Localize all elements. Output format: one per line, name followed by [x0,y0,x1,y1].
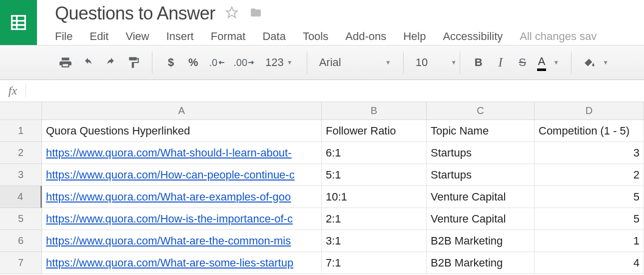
toolbar-separator [152,52,152,74]
cell-b6[interactable]: 3:1 [322,230,427,252]
row-header-1[interactable]: 1 [0,120,42,142]
cell-d2[interactable]: 3 [535,142,644,164]
decrease-decimal-button[interactable]: .0 [209,54,225,71]
header: Questions to Answer File Edit View Inser… [0,0,644,45]
fx-label: fx [0,84,26,98]
cell-c2[interactable]: Startups [427,142,535,164]
menu-insert[interactable]: Insert [166,30,194,43]
column-header-c[interactable]: C [427,102,535,120]
save-status: All changes sav [520,30,597,43]
select-all-corner[interactable] [0,102,42,120]
cell-c3[interactable]: Startups [427,164,535,186]
svg-marker-0 [226,7,237,18]
cell-c4[interactable]: Venture Capital [427,186,535,208]
font-size-dropdown[interactable]: 10 ▼ [407,46,457,80]
fill-color-button[interactable]: ▼ [584,54,609,71]
cell-a1[interactable]: Quora Questions Hyperlinked [42,120,322,142]
folder-icon[interactable] [248,6,263,20]
cell-b1[interactable]: Follower Ratio [322,120,427,142]
menu-edit[interactable]: Edit [89,30,108,43]
strikethrough-button[interactable]: S [516,54,529,71]
undo-icon[interactable] [81,54,95,71]
bold-button[interactable]: B [472,54,485,71]
cell-c7[interactable]: B2B Marketing [427,252,535,274]
number-format-dropdown[interactable]: 123▼ [263,54,295,71]
toolbar-separator [307,52,307,74]
toolbar-separator [403,52,404,74]
toolbar-separator [571,52,572,74]
column-header-b[interactable]: B [322,102,427,120]
menu-bar: File Edit View Insert Format Data Tools … [55,24,644,43]
cell-c5[interactable]: Venture Capital [427,208,535,230]
print-icon[interactable] [59,54,72,71]
italic-button[interactable]: I [494,54,507,71]
cell-c6[interactable]: B2B Marketing [427,230,535,252]
cell-b4[interactable]: 10:1 [322,186,427,208]
menu-data[interactable]: Data [262,30,285,43]
column-header-a[interactable]: A [42,102,322,120]
row-header-6[interactable]: 6 [0,230,42,252]
increase-decimal-button[interactable]: .00 [233,54,254,71]
cell-a7[interactable]: https://www.quora.com/What-are-some-lies… [42,252,322,274]
column-header-d[interactable]: D [535,102,644,120]
formula-input[interactable] [26,80,644,102]
cell-d6[interactable]: 1 [535,230,644,252]
cell-d5[interactable]: 5 [535,208,644,230]
menu-help[interactable]: Help [403,30,426,43]
cell-d1[interactable]: Competition (1 - 5) [535,120,644,142]
font-family-dropdown[interactable]: Arial ▼ [310,46,400,80]
text-color-button[interactable]: A▼ [538,54,560,71]
cell-c1[interactable]: Topic Name [427,120,535,142]
chevron-down-icon: ▼ [448,59,457,66]
row-header-3[interactable]: 3 [0,164,42,186]
cell-b5[interactable]: 2:1 [322,208,427,230]
chevron-down-icon: ▼ [382,59,391,66]
row-header-2[interactable]: 2 [0,142,42,164]
cell-b3[interactable]: 5:1 [322,164,427,186]
sheets-icon [8,12,28,32]
menu-accessibility[interactable]: Accessibility [443,30,503,43]
cell-a2[interactable]: https://www.quora.com/What-should-I-lear… [42,142,322,164]
font-size-value: 10 [416,56,428,69]
cell-b7[interactable]: 7:1 [322,252,427,274]
font-family-value: Arial [319,56,341,69]
percent-button[interactable]: % [186,54,200,71]
cell-d4[interactable]: 5 [535,186,644,208]
toolbar-separator [460,52,460,74]
menu-addons[interactable]: Add-ons [345,30,386,43]
menu-view[interactable]: View [125,30,149,43]
redo-icon[interactable] [104,54,118,71]
sheets-logo[interactable] [0,0,37,45]
cell-a4[interactable]: https://www.quora.com/What-are-examples-… [42,186,322,208]
menu-file[interactable]: File [55,30,72,43]
cell-d7[interactable]: 4 [535,252,644,274]
paint-format-icon[interactable] [127,54,140,71]
spreadsheet-grid: A B C D 1 Quora Questions Hyperlinked Fo… [0,102,644,274]
star-icon[interactable] [225,6,238,21]
row-header-5[interactable]: 5 [0,208,42,230]
menu-tools[interactable]: Tools [303,30,328,43]
cell-b2[interactable]: 6:1 [322,142,427,164]
cell-a3[interactable]: https://www.quora.com/How-can-people-con… [42,164,322,186]
cell-a5[interactable]: https://www.quora.com/How-is-the-importa… [42,208,322,230]
row-header-4[interactable]: 4 [0,186,42,208]
document-title[interactable]: Questions to Answer [55,3,215,24]
formula-bar: fx [0,80,644,102]
toolbar: $ % .0 .00 123▼ Arial ▼ 10 ▼ B [0,45,644,80]
currency-button[interactable]: $ [164,54,177,71]
cell-a6[interactable]: https://www.quora.com/What-are-the-commo… [42,230,322,252]
cell-d3[interactable]: 2 [535,164,644,186]
row-header-7[interactable]: 7 [0,252,42,274]
menu-format[interactable]: Format [211,30,246,43]
